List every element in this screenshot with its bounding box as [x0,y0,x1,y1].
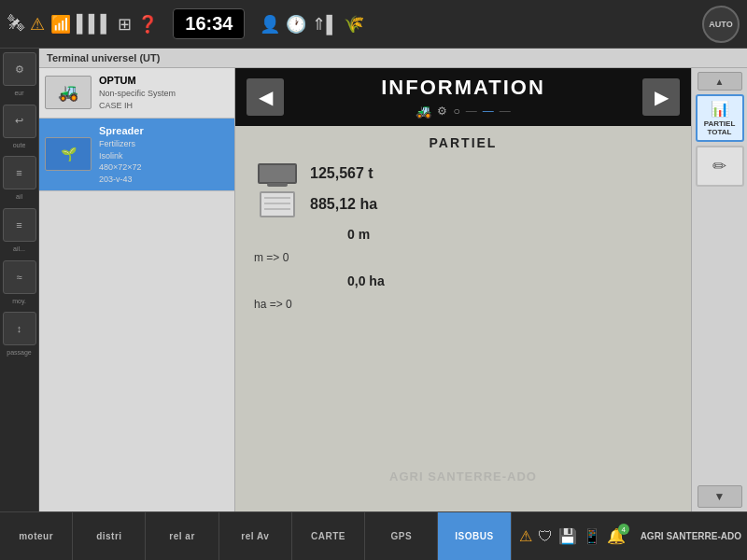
bottom-bar: moteur distri rel ar rel Av CARTE GPS IS… [0,511,747,560]
terminal-header: Terminal universel (UT) [39,49,747,68]
machine-sub1-spreader: Fertilizers [99,138,144,150]
machine-name-optum: OPTUM [99,74,176,88]
speed-icon: 🕐 [286,14,306,35]
edit-icon: ✏ [712,156,726,176]
satellite-icon: 🛰 [7,14,24,34]
info-body: PARTIEL 125,567 t [235,126,691,511]
info-header-inner: INFORMATION 🚜 ⚙ ○ — — — [284,76,642,119]
nav-right-button[interactable]: ▶ [642,78,680,116]
header-tractor-icon: 🚜 [416,104,431,119]
ha-label: ha => 0 [254,298,319,311]
bell-icon[interactable]: 🔔 4 [607,527,626,545]
machine-item-optum[interactable]: 🚜 OPTUM Non-specific System CASE IH [39,68,234,119]
machine-name-spreader: Spreader [99,124,144,138]
auto-button[interactable]: AUTO [702,6,740,43]
person-icon: 👤 [260,14,280,35]
data-value-meters: 0 m [347,227,370,242]
bottom-right-icons: ⚠ 🛡 💾 📱 🔔 4 [512,512,633,560]
tab-isobus[interactable]: ISOBUS [438,512,511,560]
total-label: TOTAL [701,128,739,136]
header-dash3-icon: — [500,105,511,118]
partiel-icon: 📊 [701,100,739,118]
sidebar-btn-ail2[interactable]: ≡ [3,208,36,242]
machine-item-spreader[interactable]: 🌱 Spreader Fertilizers Isolink 480×72×72… [39,119,234,192]
machine-sub2-optum: CASE IH [99,100,176,112]
info-title: INFORMATION [381,76,545,100]
partiel-total-card[interactable]: 📊 PARTIEL TOTAL [696,94,744,142]
sidebar-btn-ail[interactable]: ≡ [3,156,36,189]
wifi-icon: 📶 [50,14,71,35]
sidebar-btn-eur[interactable]: ⚙ [3,52,36,86]
data-row-m-label: m => 0 [254,251,672,264]
sidebar-btn-passage[interactable]: ↕ [3,312,36,345]
data-rows: 125,567 t 885,12 ha [254,163,672,311]
spreader-icon: 🌱 [45,137,92,171]
warning-bottom-icon[interactable]: ⚠ [519,527,532,545]
info-panel: ◀ INFORMATION 🚜 ⚙ ○ — — — ▶ [235,68,691,511]
data-row-meters: 0 m [254,227,672,242]
tab-distri[interactable]: distri [73,512,146,560]
tab-gps-label: GPS [390,531,412,541]
right-panel: ▲ 📊 PARTIEL TOTAL ✏ ▼ [691,68,747,511]
machine-panel: 🚜 OPTUM Non-specific System CASE IH 🌱 Sp… [39,68,235,511]
warning-icon: ⚠ [30,14,45,35]
tab-relar[interactable]: rel ar [146,512,218,560]
left-sidebar: ⚙ eur ↩ oute ≡ ail ≡ ail... ≈ moy. ↕ pas… [0,49,39,511]
watermark: AGRI SANTERRE-ADO [389,469,537,483]
header-dash2-icon: — [483,105,494,118]
tab-relav[interactable]: rel Av [219,512,292,560]
time-display: 16:34 [173,8,245,39]
spreader-icon-row1 [254,163,301,184]
tab-moteur[interactable]: moteur [0,512,73,560]
tab-carte-label: CARTE [311,531,345,541]
agri-label: AGRI SANTERRE-ADO [633,512,747,560]
sidebar-label-ail: ail [2,193,37,201]
shield-icon[interactable]: 🛡 [538,528,553,545]
header-icons-row: 🚜 ⚙ ○ — — — [416,104,510,119]
help-icon: ❓ [137,14,158,35]
grid-icon: ⊞ [118,14,132,35]
phone-icon[interactable]: 📱 [583,527,601,545]
data-row-area2: 0,0 ha [254,273,672,288]
data-row-weight: 125,567 t [254,163,672,184]
sidebar-btn-route[interactable]: ↩ [3,105,36,138]
tab-gps[interactable]: GPS [365,512,438,560]
sidebar-label-route: oute [2,142,37,149]
partiel-label: PARTIEL [701,119,739,128]
header-gear-icon: ⚙ [437,105,447,118]
signal-bars-icon: ▌▌▌ [77,14,112,34]
tab-relav-label: rel Av [241,531,269,541]
status-icons-left: 🛰 ⚠ 📶 ▌▌▌ ⊞ ❓ [7,14,158,35]
tab-isobus-label: ISOBUS [455,531,493,541]
content-row: 🚜 OPTUM Non-specific System CASE IH 🌱 Sp… [39,68,747,511]
machine-text-spreader: Spreader Fertilizers Isolink 480×72×72 2… [99,124,144,186]
status-icons-right: 👤 🕐 ⇑▌ 🌾 [260,14,364,35]
sidebar-label-eur: eur [2,90,37,97]
edit-button[interactable]: ✏ [696,146,744,187]
tab-carte[interactable]: CARTE [292,512,365,560]
header-circle-icon: ○ [453,105,459,118]
notification-badge: 4 [618,524,629,535]
data-row-ha-label: ha => 0 [254,298,672,311]
sd-card-icon[interactable]: 💾 [558,527,577,545]
scroll-up-button[interactable]: ▲ [698,72,742,91]
data-row-area1: 885,12 ha [254,191,672,217]
center-content: Terminal universel (UT) 🚜 OPTUM Non-spec… [39,49,747,511]
sidebar-btn-moy[interactable]: ≈ [3,260,36,294]
field-icon: 🌾 [344,14,364,35]
nav-left-button[interactable]: ◀ [247,78,284,116]
machine-sub2-spreader: Isolink [99,150,144,162]
main-area: ⚙ eur ↩ oute ≡ ail ≡ ail... ≈ moy. ↕ pas… [0,49,747,511]
tab-relar-label: rel ar [169,531,194,541]
machine-sub4-spreader: 203-v-43 [99,174,144,186]
upload-icon: ⇑▌ [312,14,338,35]
scroll-down-button[interactable]: ▼ [698,485,742,508]
info-header: ◀ INFORMATION 🚜 ⚙ ○ — — — ▶ [235,68,691,126]
machine-text-optum: OPTUM Non-specific System CASE IH [99,74,176,112]
data-value-area2: 0,0 ha [347,273,385,288]
data-value-weight: 125,567 t [310,165,374,182]
machine-sub1-optum: Non-specific System [99,88,176,100]
tab-distri-label: distri [96,531,121,541]
tractor-icon: 🚜 [45,76,92,109]
header-dash1-icon: — [466,105,477,118]
